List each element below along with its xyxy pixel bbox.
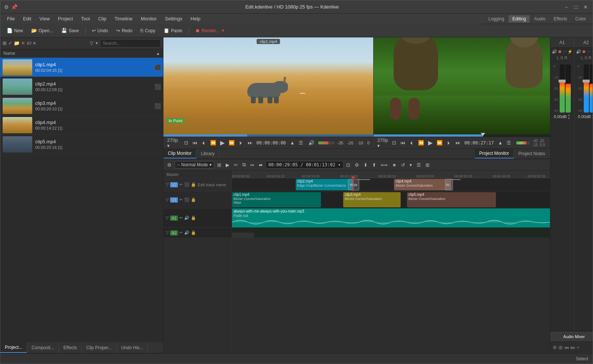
track-edit-v1[interactable]: ✏ xyxy=(179,197,183,202)
tab-effects[interactable]: Effects xyxy=(59,342,82,353)
clip-item[interactable]: clip5.mp4 00:00:25:16 [1] xyxy=(0,135,163,154)
rewind-icon[interactable]: ⏪ xyxy=(209,139,218,146)
monitor-view-icon[interactable]: ⊡ xyxy=(345,161,352,168)
workspace-tab-audio[interactable]: Audio xyxy=(530,15,549,23)
pin-icon[interactable]: 📌 xyxy=(11,4,17,10)
fastforward-icon[interactable]: ⏩ xyxy=(227,139,236,146)
copy-button[interactable]: ⎘ Copy xyxy=(137,26,159,35)
more-icon[interactable]: ☰ xyxy=(415,161,423,168)
audio-waveform[interactable]: always-with-me-always-with-you-main.mp3 … xyxy=(232,208,550,227)
a2-scrollbar[interactable] xyxy=(232,233,254,238)
clip-item[interactable]: clip3.mp4 00:00:20:10 [1] ⬛ xyxy=(0,96,163,116)
project-next-icon[interactable]: ⏵ xyxy=(445,139,453,146)
tab-library[interactable]: Library xyxy=(196,149,219,158)
menu-edit[interactable]: Edit xyxy=(19,15,35,23)
track-lock-a1[interactable]: 🔒 xyxy=(191,216,196,220)
redo-button[interactable]: ↪ Redo xyxy=(113,26,136,35)
render-dropdown-icon[interactable]: ▼ xyxy=(221,29,225,33)
fit-icon[interactable]: ⊡ xyxy=(183,139,190,146)
menu-file[interactable]: File xyxy=(3,15,19,23)
close-button[interactable]: ✕ xyxy=(582,4,589,10)
workspace-tab-editing[interactable]: Editing xyxy=(508,15,530,23)
project-volume-bar[interactable] xyxy=(516,141,530,144)
project-rewind-icon[interactable]: ⏪ xyxy=(417,139,425,146)
zoom-timeline-icon[interactable]: ⊞ xyxy=(424,161,431,168)
track-edit-a1[interactable]: ✏ xyxy=(179,216,183,220)
mixer-grid-icon[interactable]: ⊞ xyxy=(559,345,563,350)
clip-item[interactable]: clip1.mp4 00:02:04:15 [1] ⬛ xyxy=(0,58,163,77)
next-frame-icon[interactable]: ⏵ xyxy=(237,139,245,146)
clip-item[interactable]: clip4.mp4 00:00:14:22 [1] xyxy=(0,116,163,135)
play-button[interactable]: ▶ xyxy=(219,138,226,147)
project-prev-icon[interactable]: ⏴ xyxy=(408,139,415,146)
filter-icon[interactable]: ▽ xyxy=(90,40,93,46)
workspace-tab-effects[interactable]: Effects xyxy=(550,15,571,23)
loop-icon[interactable]: ↺ xyxy=(400,161,407,168)
clip-item[interactable]: clip2.mp4 00:00:12:09 [1] ⬛ xyxy=(0,77,163,96)
save-button[interactable]: 💾 Save xyxy=(58,26,82,35)
loop-dropdown[interactable]: ▾ xyxy=(408,161,414,168)
mixer-next-icon[interactable]: ⏭ xyxy=(570,345,575,350)
timeline-settings-icon[interactable]: ⚙ xyxy=(166,161,173,168)
record-icon-a1[interactable]: ⏺ xyxy=(558,49,562,54)
record-icon-a2[interactable]: ⏺ xyxy=(582,49,586,54)
spacer-icon[interactable]: ⟺ xyxy=(379,161,389,168)
track-edit-a2[interactable]: ✏ xyxy=(179,230,183,235)
send-icon-a2[interactable]: → xyxy=(587,49,591,54)
track-collapse-v2[interactable]: ▽ xyxy=(166,182,169,187)
splice-icon[interactable]: ⧉ xyxy=(241,161,247,168)
fx-icon-a2[interactable]: ⚡ xyxy=(592,49,593,54)
tab-project-monitor[interactable]: Project Monitor xyxy=(475,149,514,158)
mixer-prev-icon[interactable]: ⏮ xyxy=(564,345,569,350)
tag-icon[interactable]: 🏷 xyxy=(27,40,32,46)
workspace-tab-logging[interactable]: Logging xyxy=(485,15,508,23)
menu-help[interactable]: Help xyxy=(187,15,204,23)
check-icon[interactable]: ✓ xyxy=(8,40,12,46)
db-stepper[interactable]: ▲▼ xyxy=(592,113,593,120)
project-menu[interactable]: ☰ xyxy=(505,139,513,146)
track-lock-v1[interactable]: ⬛ xyxy=(184,197,189,202)
project-time-up[interactable]: ▲ xyxy=(497,139,504,146)
tab-undo-history[interactable]: Undo His... xyxy=(117,342,148,353)
project-fit-icon[interactable]: ⊡ xyxy=(391,139,398,146)
track-mute-a1[interactable]: 🔊 xyxy=(184,216,189,220)
menu-icon-monitor[interactable]: ☰ xyxy=(297,139,305,146)
timeline-current-time[interactable]: 00:00:29:05 / 00:01:13:02 ▾ xyxy=(266,161,343,168)
menu-timeline[interactable]: Timeline xyxy=(111,15,136,23)
folder-icon[interactable]: 📁 xyxy=(14,40,20,46)
trim-icon[interactable]: ⬌ xyxy=(257,161,264,168)
project-play-button[interactable]: ▶ xyxy=(427,138,434,147)
menu-clip[interactable]: Clip xyxy=(95,15,110,23)
paste-button[interactable]: 📋 Paste xyxy=(160,26,186,35)
mixer-settings-icon[interactable]: ⚙ xyxy=(553,345,557,350)
track-collapse-a2[interactable]: ▽ xyxy=(166,230,169,235)
volume-bar[interactable] xyxy=(318,141,335,144)
project-in-icon[interactable]: ⏮ xyxy=(399,139,407,146)
track-collapse-a1[interactable]: ▽ xyxy=(166,216,169,220)
track-visible-v2[interactable]: 🔒 xyxy=(191,182,196,187)
fx-icon-a1[interactable]: ⚡ xyxy=(567,49,573,54)
delete-icon[interactable]: ✕ xyxy=(21,40,25,46)
db-stepper[interactable]: ▲▼ xyxy=(567,113,570,120)
project-monitor-progress[interactable] xyxy=(374,134,550,137)
filter-dropdown-icon[interactable]: ▼ xyxy=(95,41,99,45)
set-out-icon[interactable]: ⏭ xyxy=(246,139,254,146)
tab-audio-mixer[interactable]: Audio Mixer xyxy=(550,331,593,341)
track-edit-v2[interactable]: ✏ xyxy=(179,182,183,187)
speaker-icon-a2[interactable]: 🔊 xyxy=(576,49,581,54)
wipe-transition-1[interactable]: Wipe xyxy=(348,179,359,190)
menu-tool[interactable]: Tool xyxy=(77,15,94,23)
prev-frame-icon[interactable]: ⏴ xyxy=(200,139,208,146)
cut-icon[interactable]: ✂ xyxy=(232,161,239,168)
clip-block-v1-clip3[interactable]: clip3.mp4 Bézier Curves/Saturation xyxy=(343,192,400,207)
clip-block-v1-clip1[interactable]: clip1.mp4 Bézier Curves/Saturation Wipe xyxy=(232,192,321,207)
track-collapse-v1[interactable]: ▽ xyxy=(166,197,169,202)
menu-monitor[interactable]: Monitor xyxy=(137,15,160,23)
track-lock-a2[interactable]: 🔒 xyxy=(191,230,196,235)
track-mute-a2[interactable]: 🔊 xyxy=(184,230,189,235)
set-in-icon[interactable]: ⏮ xyxy=(191,139,199,146)
tab-clip-monitor[interactable]: Clip Monitor xyxy=(163,149,196,158)
ripple-icon[interactable]: ⇔ xyxy=(249,161,256,168)
clip-block-v2-clip2[interactable]: clip2.mp4 Edge Crop/Bézier Curves/Satura xyxy=(296,179,353,190)
mix-icon[interactable]: ⚙ xyxy=(353,161,361,168)
